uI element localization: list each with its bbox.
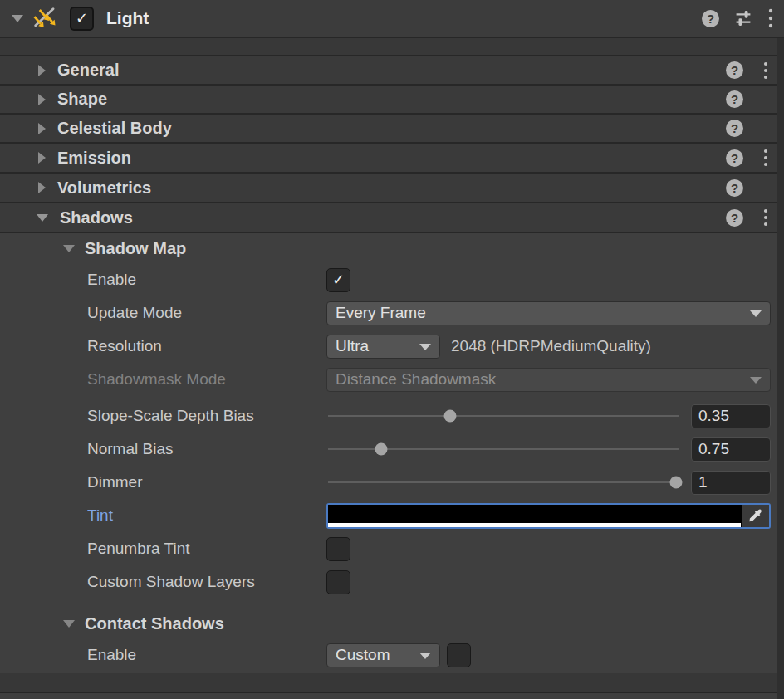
- foldout-arrow-icon[interactable]: [63, 245, 75, 252]
- foldout-arrow-icon[interactable]: [38, 94, 46, 105]
- section-shadows[interactable]: Shadows ?: [0, 203, 784, 232]
- section-label: Volumetrics: [57, 178, 151, 198]
- dropdown-value: Distance Shadowmask: [336, 370, 496, 389]
- contact-shadows-header[interactable]: Contact Shadows: [0, 610, 784, 637]
- presets-icon[interactable]: [733, 8, 753, 28]
- help-icon[interactable]: ?: [726, 61, 743, 79]
- row-contact-shadows-enable: Enable Custom: [87, 638, 771, 672]
- inspector-light-component: ✓ Light ? General ? Shape ?: [0, 0, 784, 699]
- dropdown-value: Ultra: [336, 337, 369, 355]
- header-gap-strip: [0, 38, 784, 55]
- row-penumbra-tint: Penumbra Tint: [87, 532, 771, 565]
- slope-bias-value-field[interactable]: 0.35: [691, 404, 771, 428]
- component-header: ✓ Light ?: [0, 0, 784, 37]
- check-icon: ✓: [332, 272, 345, 287]
- update-mode-dropdown[interactable]: Every Frame: [326, 301, 771, 325]
- section-shape[interactable]: Shape ?: [0, 86, 784, 113]
- field-value: 1: [698, 473, 708, 491]
- slider-handle[interactable]: [375, 443, 388, 456]
- row-update-mode: Update Mode Every Frame: [87, 296, 771, 330]
- contact-enable-dropdown[interactable]: Custom: [326, 643, 440, 667]
- chevron-down-icon: [419, 653, 431, 659]
- help-icon[interactable]: ?: [726, 149, 743, 167]
- chevron-down-icon: [750, 310, 762, 317]
- more-menu-icon[interactable]: [762, 208, 769, 227]
- section-label: Celestial Body: [57, 119, 172, 138]
- slider-track[interactable]: [328, 481, 679, 483]
- more-menu-icon[interactable]: [762, 61, 769, 81]
- section-celestial-body[interactable]: Celestial Body ?: [0, 115, 784, 142]
- field-label: Update Mode: [87, 304, 326, 322]
- slope-bias-slider[interactable]: [326, 404, 681, 428]
- dropdown-value: Custom: [336, 646, 390, 664]
- help-icon[interactable]: ?: [702, 10, 719, 27]
- help-icon[interactable]: ?: [726, 90, 743, 108]
- slider-handle[interactable]: [444, 410, 457, 423]
- directional-light-icon: [31, 6, 59, 31]
- subsection-title: Contact Shadows: [85, 614, 224, 633]
- help-icon[interactable]: ?: [726, 209, 743, 227]
- section-label: Emission: [57, 149, 131, 168]
- field-label: Normal Bias: [87, 440, 326, 458]
- penumbra-tint-checkbox[interactable]: [326, 537, 350, 561]
- dimmer-value-field[interactable]: 1: [691, 471, 771, 495]
- section-label: Shape: [57, 90, 107, 109]
- field-label: Enable: [87, 271, 326, 289]
- alpha-bar: [328, 523, 741, 527]
- section-emission[interactable]: Emission ?: [0, 144, 784, 172]
- row-tint: Tint: [87, 499, 771, 532]
- more-menu-icon[interactable]: [767, 7, 774, 29]
- resolution-detail-text: 2048 (HDRPMediumQuality): [451, 337, 651, 355]
- row-resolution: Resolution Ultra 2048 (HDRPMediumQuality…: [87, 330, 771, 363]
- help-icon[interactable]: ?: [726, 179, 743, 197]
- foldout-arrow-icon[interactable]: [63, 620, 75, 628]
- field-label: Enable: [87, 646, 326, 664]
- chevron-down-icon: [419, 344, 431, 350]
- component-enabled-checkbox[interactable]: ✓: [70, 7, 94, 31]
- field-label: Resolution: [87, 337, 326, 355]
- resolution-dropdown[interactable]: Ultra: [326, 335, 440, 359]
- component-foldout-arrow-icon[interactable]: [12, 15, 23, 22]
- foldout-arrow-icon[interactable]: [38, 182, 46, 193]
- field-label: Penumbra Tint: [87, 540, 326, 558]
- shadow-map-header[interactable]: Shadow Map: [0, 235, 784, 262]
- field-label: Tint: [87, 506, 326, 525]
- section-volumetrics[interactable]: Volumetrics ?: [0, 174, 784, 202]
- enable-checkbox[interactable]: ✓: [326, 268, 350, 292]
- field-label: Dimmer: [87, 473, 326, 491]
- eyedropper-button[interactable]: [742, 505, 769, 527]
- help-icon[interactable]: ?: [726, 120, 743, 137]
- check-icon: ✓: [76, 11, 88, 26]
- field-value: 0.75: [698, 440, 729, 458]
- slider-handle[interactable]: [669, 477, 682, 489]
- dropdown-value: Every Frame: [336, 304, 426, 322]
- slider-track[interactable]: [328, 415, 679, 417]
- more-menu-icon[interactable]: [762, 148, 769, 168]
- normal-bias-value-field[interactable]: 0.75: [691, 437, 771, 462]
- foldout-arrow-icon[interactable]: [37, 214, 48, 222]
- field-label: Slope-Scale Depth Bias: [87, 407, 326, 425]
- chevron-down-icon: [750, 377, 762, 384]
- section-label: General: [57, 61, 119, 80]
- row-custom-shadow-layers: Custom Shadow Layers: [87, 565, 771, 599]
- foldout-arrow-icon[interactable]: [38, 152, 46, 164]
- dimmer-slider[interactable]: [326, 471, 681, 495]
- right-edge-gutter: [777, 38, 784, 699]
- field-value: 0.35: [698, 407, 729, 425]
- field-label: Custom Shadow Layers: [87, 573, 326, 591]
- tint-color-field[interactable]: [326, 503, 771, 529]
- section-general[interactable]: General ?: [0, 56, 784, 84]
- contact-enable-checkbox[interactable]: [447, 643, 471, 667]
- subsection-title: Shadow Map: [85, 239, 186, 258]
- foldout-arrow-icon[interactable]: [38, 65, 46, 76]
- foldout-arrow-icon[interactable]: [38, 123, 46, 134]
- row-dimmer: Dimmer 1: [87, 466, 771, 499]
- custom-shadow-layers-checkbox[interactable]: [326, 570, 350, 594]
- section-label: Shadows: [60, 208, 133, 227]
- eyedropper-icon: [747, 508, 763, 524]
- shadowmask-mode-dropdown: Distance Shadowmask: [326, 368, 771, 392]
- row-shadowmask-mode: Shadowmask Mode Distance Shadowmask: [87, 363, 771, 396]
- component-title: Light: [106, 8, 149, 28]
- normal-bias-slider[interactable]: [326, 437, 681, 462]
- row-shadowmap-enable: Enable ✓: [87, 263, 771, 296]
